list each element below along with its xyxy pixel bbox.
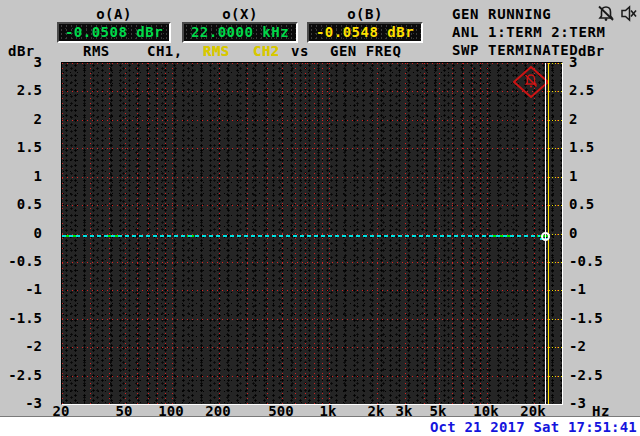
cursor-margin-ticks: [549, 347, 562, 348]
cursor-margin-ticks: [549, 120, 562, 121]
x-gridline: [247, 63, 248, 404]
y-tick-label-left: -1.5: [0, 310, 42, 326]
x-gridline: [148, 63, 149, 404]
alert-diamond-icon: [513, 66, 549, 102]
bell-muted-icon: [597, 5, 615, 26]
status-gen: GEN RUNNING: [452, 5, 606, 23]
y-tick-label-right: -1: [569, 281, 611, 297]
x-tick-label: 3k: [396, 403, 413, 419]
x-gridline: [137, 63, 138, 404]
y-tick-label-left: -0.5: [0, 253, 42, 269]
trace-end-marker: [541, 232, 550, 241]
versus-label: vs: [291, 43, 309, 59]
y-tick-label-right: -3: [569, 395, 611, 411]
x-gridline: [314, 63, 315, 404]
y-tick-label-left: -1: [0, 281, 42, 297]
x-tick-label: 20: [53, 403, 70, 419]
x-tick-label: 2k: [368, 403, 385, 419]
header-icons: [597, 5, 637, 26]
cursor-margin-ticks: [549, 177, 562, 178]
readout-b-title: o(B): [307, 6, 423, 22]
x-gridline: [480, 63, 481, 404]
y-tick-label-right: 1: [569, 168, 611, 184]
x-gridline: [424, 63, 425, 404]
x-gridline: [109, 63, 110, 404]
y-tick-label-right: 3: [569, 54, 611, 70]
x-gridline: [157, 63, 158, 404]
readout-b-value: -0.0548 dBr: [307, 22, 423, 43]
y-tick-label-right: -1.5: [569, 310, 611, 326]
y-tick-label-right: 2.5: [569, 82, 611, 98]
y-tick-label-left: -3: [0, 395, 42, 411]
y-tick-label-left: 2: [0, 111, 42, 127]
x-gridline: [452, 63, 453, 404]
x-tick-label: 100: [158, 403, 183, 419]
x-gridline: [305, 63, 306, 404]
x-gridline: [267, 63, 268, 404]
x-gridline: [487, 63, 488, 404]
readout-a-title: o(A): [57, 6, 171, 22]
plot-area: [62, 63, 562, 404]
timestamp: Oct 21 2017 Sat 17:51:41: [430, 419, 637, 435]
x-tick-label: 1k: [320, 403, 337, 419]
x-gridline: [439, 63, 440, 404]
y-tick-label-right: -0.5: [569, 253, 611, 269]
cursor-margin-ticks: [549, 234, 562, 235]
y-tick-label-left: 0.5: [0, 196, 42, 212]
cursor-margin-ticks: [549, 290, 562, 291]
readout-x-value: 22.0000 kHz: [182, 22, 298, 43]
x-source-label: GEN FREQ: [330, 43, 401, 59]
readout-x-title: o(X): [182, 6, 298, 22]
x-gridline: [405, 63, 406, 404]
x-tick-label: 5k: [430, 403, 447, 419]
x-gridline: [282, 63, 283, 404]
y-tick-label-left: -2: [0, 338, 42, 354]
instrument-panel: o(A) o(X) o(B) -0.0508 dBr 22.0000 kHz -…: [0, 0, 640, 417]
x-gridline: [219, 63, 220, 404]
y-tick-label-left: 3: [0, 54, 42, 70]
y-tick-label-left: 1: [0, 168, 42, 184]
cursor-margin-ticks: [549, 148, 562, 149]
cursor-margin-ticks: [549, 376, 562, 377]
x-gridline: [295, 63, 296, 404]
x-tick-label: 20k: [520, 403, 545, 419]
x-tick-label: 50: [116, 403, 133, 419]
y-tick-label-right: 2: [569, 111, 611, 127]
trace2-function-label: RMS: [203, 43, 230, 59]
cursor-margin-ticks: [549, 91, 562, 92]
x-gridline: [62, 63, 63, 404]
y-tick-label-right: 0.5: [569, 196, 611, 212]
speaker-muted-icon: [619, 5, 637, 26]
cursor-margin-ticks: [549, 63, 562, 64]
x-tick-label: 500: [268, 403, 293, 419]
x-gridline: [172, 63, 173, 404]
x-gridline: [90, 63, 91, 404]
y-tick-label-left: 0: [0, 225, 42, 241]
x-gridline: [329, 63, 330, 404]
y-tick-label-left: 1.5: [0, 139, 42, 155]
x-gridline: [472, 63, 473, 404]
plot-frame: [61, 62, 563, 405]
x-gridline: [322, 63, 323, 404]
x-gridline: [165, 63, 166, 404]
x-tick-label: 200: [205, 403, 230, 419]
y-tick-label-right: 0: [569, 225, 611, 241]
y-tick-label-right: -2.5: [569, 367, 611, 383]
status-anl: ANL 1:TERM 2:TERM: [452, 23, 606, 41]
y-tick-label-left: 2.5: [0, 82, 42, 98]
x-gridline: [377, 63, 378, 404]
x-gridline: [534, 63, 535, 404]
y-tick-label-right: -2: [569, 338, 611, 354]
trace1-channel-label: CH1,: [147, 43, 183, 59]
x-tick-label: 10k: [473, 403, 498, 419]
readout-a-value: -0.0508 dBr: [57, 22, 171, 43]
trace2-channel-label: CH2: [253, 43, 280, 59]
x-gridline: [125, 63, 126, 404]
cursor-margin-ticks: [549, 205, 562, 206]
x-gridline: [463, 63, 464, 404]
cursor-margin-ticks: [549, 319, 562, 320]
y-tick-label-left: -2.5: [0, 367, 42, 383]
trace-ch2-dashed: [62, 235, 540, 237]
trace1-function-label: RMS: [83, 43, 110, 59]
cursor-margin-ticks: [549, 262, 562, 263]
